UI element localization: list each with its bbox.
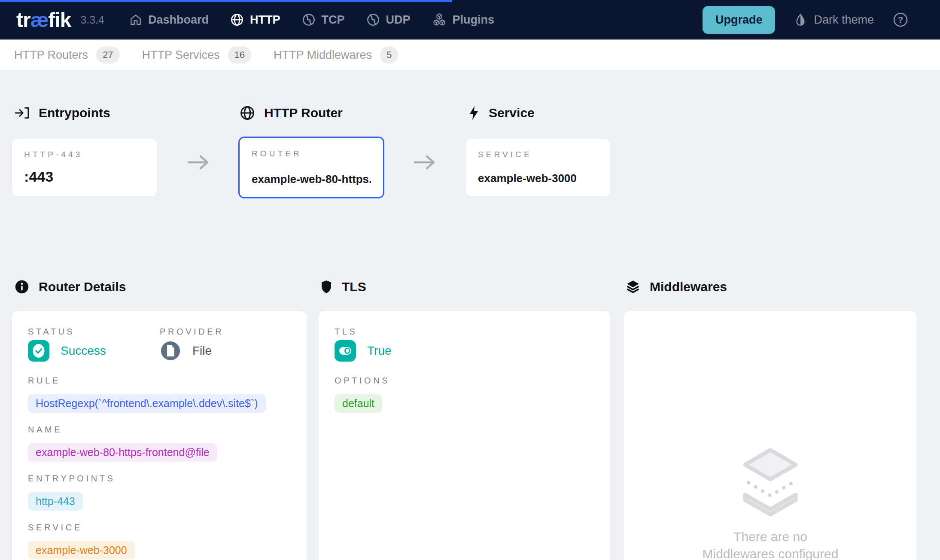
router-card-label: ROUTER [252, 149, 371, 158]
traefik-dashboard-page: træfik 3.3.4 Dashboard HTTP [0, 0, 940, 560]
shield-icon [320, 279, 333, 295]
name-field: NAME example-web-80-https-frontend@file [28, 425, 291, 462]
theme-toggle[interactable]: Dark theme [794, 13, 874, 27]
tab-label: HTTP Middlewares [274, 49, 372, 62]
rule-field: RULE HostRegexp(`^frontend\.example\.dde… [28, 376, 291, 413]
tab-http-routers[interactable]: HTTP Routers 27 [14, 46, 120, 64]
tls-section-header: TLS [320, 278, 366, 296]
flow-arrow-icon [187, 154, 211, 171]
tls-status-row: TLS True [335, 327, 594, 362]
router-globe-icon [240, 105, 255, 121]
status-block: STATUS Success [28, 327, 160, 362]
nav-label: UDP [386, 13, 411, 27]
nav-item-http[interactable]: HTTP [230, 12, 280, 27]
upgrade-button[interactable]: Upgrade [703, 6, 776, 34]
service-card-label: SERVICE [478, 150, 598, 159]
entrypoints-login-icon [14, 106, 30, 120]
router-details-section-header: Router Details [14, 278, 126, 296]
top-bar: træfik 3.3.4 Dashboard HTTP [0, 0, 940, 40]
tls-value: True [367, 344, 392, 358]
tab-http-middlewares[interactable]: HTTP Middlewares 5 [274, 46, 398, 64]
help-icon: ? [893, 12, 908, 27]
traefik-logo[interactable]: træfik [16, 8, 71, 32]
tls-label: TLS [335, 327, 392, 337]
empty-message-line2: Middlewares configured [624, 545, 917, 560]
page-load-progress-bar [0, 0, 452, 2]
rule-label: RULE [28, 376, 291, 386]
section-title: TLS [342, 280, 366, 294]
entrypoints-section-header: Entrypoints [14, 104, 110, 122]
middlewares-section-header: Middlewares [625, 278, 727, 296]
section-title: Router Details [39, 280, 126, 294]
tls-card: TLS True OPTIONS default [318, 310, 611, 560]
router-card-selected[interactable]: ROUTER example-web-80-https... [238, 137, 384, 198]
middlewares-empty-message: There are no Middlewares configured [624, 528, 917, 560]
udp-icon [366, 13, 380, 27]
status-value: Success [61, 344, 106, 358]
tab-count-badge: 5 [380, 46, 398, 64]
entrypoint-card-value: :443 [24, 168, 145, 185]
options-label: OPTIONS [335, 376, 594, 386]
name-label: NAME [28, 425, 291, 435]
help-button[interactable]: ? [893, 12, 908, 27]
service-bolt-icon [468, 105, 480, 121]
options-pill: default [335, 394, 382, 413]
provider-block: PROVIDER File [160, 327, 224, 362]
rule-pill: HostRegexp(`^frontend\.example\.ddev\.si… [28, 394, 266, 413]
tcp-icon [302, 13, 316, 27]
version-label: 3.3.4 [80, 14, 104, 26]
nav-item-tcp[interactable]: TCP [302, 12, 345, 27]
provider-label: PROVIDER [160, 327, 224, 337]
layers-icon [625, 280, 641, 294]
nav-item-dashboard[interactable]: Dashboard [129, 12, 209, 27]
section-title: Middlewares [650, 280, 727, 294]
service-label: SERVICE [28, 523, 291, 533]
status-success-check-icon [28, 340, 49, 362]
http-router-section-header: HTTP Router [240, 104, 343, 122]
service-card-value: example-web-3000 [478, 172, 598, 185]
entrypoints-field: ENTRYPOINTS http-443 [28, 474, 291, 511]
provider-file-icon [160, 340, 181, 362]
options-field: OPTIONS default [335, 376, 594, 413]
tab-count-badge: 16 [228, 46, 251, 64]
entrypoints-label: ENTRYPOINTS [28, 474, 291, 484]
service-section-header: Service [468, 104, 535, 122]
globe-icon [230, 13, 244, 27]
top-bar-right: Upgrade Dark theme ? [703, 6, 908, 34]
router-card-value: example-web-80-https... [252, 173, 371, 186]
nav-label: HTTP [250, 13, 280, 27]
content-area: Entrypoints HTTP Router Service HTTP-443… [0, 71, 940, 560]
info-icon [14, 279, 30, 295]
tab-label: HTTP Routers [14, 49, 88, 62]
empty-message-line1: There are no [624, 528, 917, 545]
nav-label: Plugins [453, 13, 495, 27]
tls-true-toggle-icon [335, 340, 356, 362]
logo-text: fik [48, 9, 71, 31]
service-field: SERVICE example-web-3000 [28, 523, 291, 560]
tab-label: HTTP Services [142, 49, 220, 62]
plugins-icon [432, 12, 447, 27]
router-details-card: STATUS Success PROVIDER [12, 310, 307, 560]
nav-label: Dashboard [148, 13, 209, 27]
main-nav: Dashboard HTTP TCP [129, 12, 494, 27]
logo-ae: æ [30, 9, 49, 31]
tab-http-services[interactable]: HTTP Services 16 [142, 46, 252, 64]
section-title: Entrypoints [39, 106, 110, 120]
flow-arrow-icon [414, 154, 438, 171]
theme-label: Dark theme [814, 13, 874, 27]
svg-text:?: ? [898, 15, 903, 24]
entrypoint-card[interactable]: HTTP-443 :443 [12, 138, 158, 197]
middlewares-card: There are no Middlewares configured [624, 310, 917, 560]
entrypoint-pill: http-443 [28, 492, 83, 511]
middlewares-empty-layers-graphic [738, 447, 803, 523]
section-title: Service [489, 106, 535, 120]
nav-item-plugins[interactable]: Plugins [432, 12, 495, 27]
tab-count-badge: 27 [96, 46, 119, 64]
home-icon [129, 13, 142, 26]
service-card[interactable]: SERVICE example-web-3000 [465, 138, 611, 197]
status-label: STATUS [28, 327, 160, 337]
entrypoint-card-label: HTTP-443 [24, 150, 145, 159]
nav-item-udp[interactable]: UDP [366, 12, 411, 27]
nav-label: TCP [322, 13, 345, 27]
provider-value: File [192, 344, 212, 358]
